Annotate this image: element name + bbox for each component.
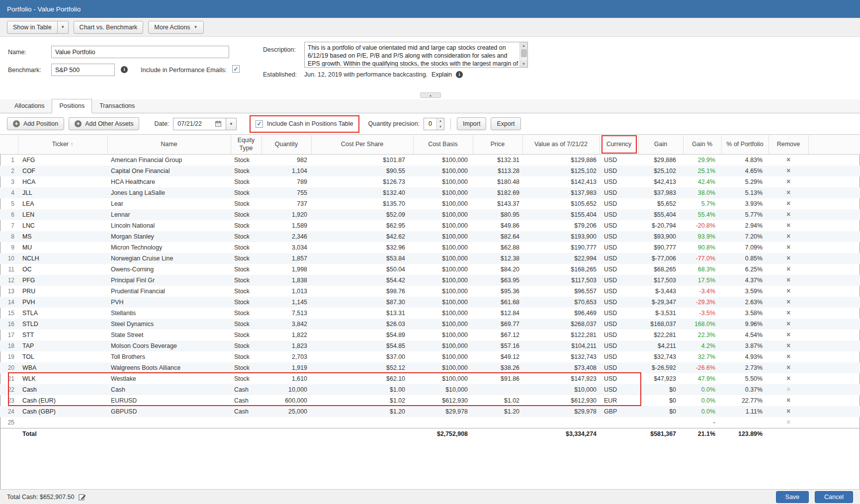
tab-positions[interactable]: Positions xyxy=(52,99,92,113)
cell-cost-per-share: $1.00 xyxy=(311,384,413,395)
remove-icon[interactable]: × xyxy=(786,221,790,229)
remove-icon[interactable]: × xyxy=(786,243,790,251)
description-textarea[interactable]: This is a portfolio of value orientated … xyxy=(304,42,528,68)
cell-price: $12.38 xyxy=(473,253,522,264)
cancel-button[interactable]: Cancel xyxy=(815,491,853,503)
cell-currency: USD xyxy=(600,187,638,198)
row-number: 13 xyxy=(0,286,18,297)
header-gain-pct[interactable]: Gain % xyxy=(683,135,721,155)
cell-value: $612,930 xyxy=(522,395,600,406)
remove-icon[interactable]: × xyxy=(786,407,790,415)
remove-icon[interactable]: × xyxy=(786,298,790,306)
scrollbar-thumb[interactable] xyxy=(521,49,527,57)
header-gain[interactable]: Gain xyxy=(638,135,683,155)
remove-icon[interactable]: × xyxy=(786,331,790,338)
benchmark-input[interactable] xyxy=(51,64,115,76)
portfolio-name-input[interactable] xyxy=(51,46,229,58)
header-name[interactable]: Name xyxy=(107,135,231,155)
remove-icon[interactable]: × xyxy=(786,341,790,349)
scroll-up-icon[interactable]: ▲ xyxy=(520,42,527,49)
cell-cost-per-share: $132.40 xyxy=(311,187,413,198)
remove-icon[interactable]: × xyxy=(786,188,790,196)
header-price[interactable]: Price xyxy=(473,135,522,155)
remove-icon[interactable]: × xyxy=(786,254,790,262)
scroll-down-icon[interactable]: ▼ xyxy=(520,61,527,67)
edit-total-cash-button[interactable] xyxy=(79,493,86,501)
remove-icon[interactable]: × xyxy=(786,177,790,185)
stepper-up-icon[interactable]: ▲ xyxy=(437,118,444,124)
cell-name: PVH xyxy=(107,297,231,308)
import-button[interactable]: Import xyxy=(457,117,486,130)
cell-price xyxy=(473,384,522,395)
remove-icon[interactable]: × xyxy=(786,199,790,207)
cell-currency: USD xyxy=(600,286,638,297)
collapse-panel-button[interactable]: ▲ xyxy=(420,92,441,98)
table-row: 9MUMicron TechnologyStock3,034$32.96$100… xyxy=(0,242,860,253)
remove-icon[interactable]: × xyxy=(786,287,790,295)
remove-icon[interactable]: × xyxy=(786,276,790,284)
remove-icon[interactable]: × xyxy=(786,210,790,218)
quantity-precision-stepper[interactable]: 0 ▲ ▼ xyxy=(424,118,444,130)
header-equity-type[interactable]: Equity Type xyxy=(231,135,261,155)
stepper-down-icon[interactable]: ▼ xyxy=(437,124,444,130)
include-cash-checkbox[interactable]: ✓ xyxy=(256,120,263,128)
cell-ticker: COF xyxy=(18,166,107,176)
cell-price: $84.20 xyxy=(473,264,522,275)
header-quantity[interactable]: Quantity xyxy=(261,135,311,155)
remove-icon[interactable]: × xyxy=(786,156,790,164)
row-filler xyxy=(808,373,860,384)
add-position-button[interactable]: + Add Position xyxy=(7,117,64,130)
remove-icon[interactable]: × xyxy=(786,309,790,317)
cell-currency: USD xyxy=(600,362,638,373)
benchmark-info-icon[interactable]: i xyxy=(121,66,128,73)
cell-equity-type: Cash xyxy=(231,406,261,417)
cell-equity-type: Stock xyxy=(231,275,261,286)
cell-currency: USD xyxy=(600,253,638,264)
save-button[interactable]: Save xyxy=(776,491,809,503)
show-in-table-dropdown-button[interactable]: ▼ xyxy=(58,21,69,34)
benchmark-label: Benchmark: xyxy=(8,67,41,74)
tab-allocations[interactable]: Allocations xyxy=(7,99,52,113)
header-currency[interactable]: Currency xyxy=(600,135,638,155)
tab-transactions[interactable]: Transactions xyxy=(92,99,142,113)
table-row: 18TAPMolson Coors BeverageStock1,823$54.… xyxy=(0,340,860,351)
row-number: 10 xyxy=(0,253,18,264)
remove-icon[interactable]: × xyxy=(786,320,790,328)
cell-name: HCA Healthcare xyxy=(107,176,231,187)
explain-link[interactable]: Explain xyxy=(431,71,452,78)
cell-value: $73,408 xyxy=(522,362,600,373)
explain-info-icon[interactable]: i xyxy=(456,71,463,78)
header-pct-portfolio[interactable]: % of Portfolio xyxy=(721,135,769,155)
remove-icon[interactable]: × xyxy=(786,396,790,404)
remove-icon[interactable]: × xyxy=(786,374,790,382)
remove-icon[interactable]: × xyxy=(786,265,790,273)
date-dropdown-button[interactable]: ▼ xyxy=(226,118,237,130)
cell-ticker: STT xyxy=(18,330,107,340)
chart-vs-benchmark-button[interactable]: Chart vs. Benchmark xyxy=(74,21,144,34)
include-emails-checkbox[interactable]: ✓ xyxy=(232,65,240,73)
table-row: 8MSMorgan StanleyStock2,346$42.62$100,00… xyxy=(0,231,860,242)
cell-pct-portfolio: 6.25% xyxy=(721,264,769,275)
add-other-assets-button[interactable]: + Add Other Assets xyxy=(69,117,139,130)
cell-price: $80.95 xyxy=(473,209,522,220)
header-cost-basis[interactable]: Cost Basis xyxy=(413,135,473,155)
export-button[interactable]: Export xyxy=(491,117,520,130)
cell-cost-per-share: $13.31 xyxy=(311,308,413,319)
remove-icon[interactable]: × xyxy=(786,232,790,240)
cell-price: $12.84 xyxy=(473,308,522,319)
cell-quantity: 1,589 xyxy=(261,220,311,231)
description-scrollbar[interactable]: ▲ ▼ xyxy=(519,42,527,67)
more-actions-button[interactable]: More Actions ▼ xyxy=(148,21,203,34)
header-value[interactable]: Value as of 7/21/22 xyxy=(522,135,600,155)
date-input[interactable]: 07/21/22 xyxy=(173,118,226,130)
cell-gain xyxy=(638,417,683,428)
remove-icon[interactable]: × xyxy=(786,363,790,371)
cell-cost-basis: $612,930 xyxy=(413,395,473,406)
remove-icon[interactable]: × xyxy=(786,352,790,360)
header-cost-per-share[interactable]: Cost Per Share xyxy=(311,135,413,155)
window-title-bar: Portfolio - Value Portfolio xyxy=(0,0,860,18)
header-ticker[interactable]: Ticker↑ xyxy=(18,135,107,155)
cell-gain-pct: 168.0% xyxy=(683,319,721,330)
remove-icon[interactable]: × xyxy=(786,167,790,174)
show-in-table-button[interactable]: Show in Table xyxy=(7,21,58,34)
